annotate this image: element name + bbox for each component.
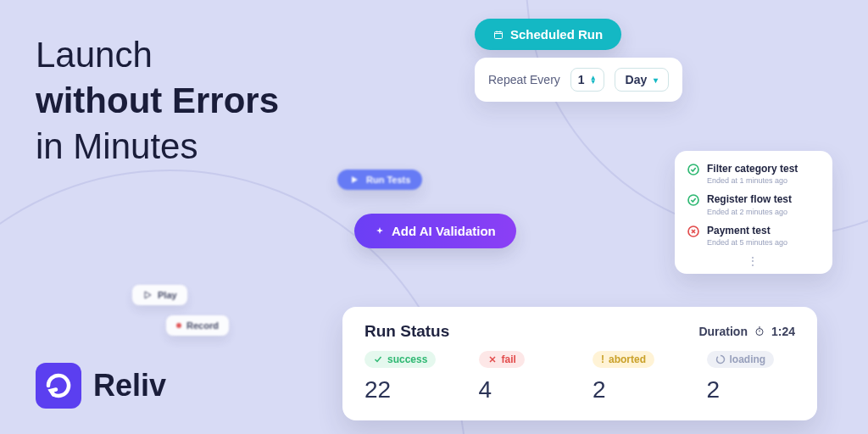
fail-count: 4 bbox=[479, 376, 568, 403]
repeat-value: 1 bbox=[578, 73, 585, 86]
status-col-loading: loading 2 bbox=[707, 351, 796, 403]
duration-value: 1:24 bbox=[771, 325, 795, 338]
loading-label: loading bbox=[730, 353, 766, 365]
warning-icon: ! bbox=[601, 353, 604, 365]
x-circle-icon bbox=[687, 225, 700, 238]
play-chip-label: Play bbox=[158, 290, 177, 300]
test-subtitle: Ended at 5 minutes ago bbox=[707, 238, 787, 247]
spinner-icon bbox=[715, 354, 726, 364]
more-icon[interactable]: ⋮ bbox=[687, 255, 821, 267]
scheduled-run-label: Scheduled Run bbox=[510, 27, 603, 42]
x-icon bbox=[487, 354, 498, 364]
success-label: success bbox=[387, 353, 427, 365]
duration: Duration 1:24 bbox=[698, 325, 795, 338]
add-ai-validation-button[interactable]: Add AI Validation bbox=[354, 214, 516, 248]
test-subtitle: Ended at 2 minutes ago bbox=[707, 208, 792, 216]
repeat-settings-card: Repeat Every 1 ▲▼ Day ▾ bbox=[475, 58, 682, 102]
test-subtitle: Ended at 1 minutes ago bbox=[707, 176, 798, 185]
headline: Launch without Errors in Minutes bbox=[36, 32, 279, 169]
test-title: Register flow test bbox=[707, 193, 792, 205]
run-status-card: Run Status Duration 1:24 success 22 fail… bbox=[342, 307, 817, 420]
check-icon bbox=[373, 354, 383, 364]
run-tests-button[interactable]: Run Tests bbox=[337, 170, 422, 190]
success-count: 22 bbox=[364, 376, 453, 403]
fail-badge: fail bbox=[479, 351, 525, 368]
brand-logo bbox=[36, 363, 81, 409]
aborted-badge: ! aborted bbox=[593, 351, 654, 368]
brand-name: Reliv bbox=[93, 368, 166, 403]
test-row[interactable]: Filter category test Ended at 1 minutes … bbox=[687, 163, 821, 185]
calendar-icon bbox=[493, 30, 504, 40]
aborted-label: aborted bbox=[609, 353, 646, 365]
success-badge: success bbox=[364, 351, 436, 368]
sparkle-icon bbox=[375, 226, 385, 236]
ai-validation-label: Add AI Validation bbox=[392, 224, 496, 238]
test-title: Filter category test bbox=[707, 163, 798, 175]
play-icon bbox=[142, 290, 153, 300]
run-tests-label: Run Tests bbox=[366, 175, 410, 185]
repeat-label: Repeat Every bbox=[488, 73, 560, 86]
record-chip[interactable]: Record bbox=[166, 315, 229, 336]
headline-line3: in Minutes bbox=[36, 124, 279, 170]
duration-label: Duration bbox=[698, 325, 748, 338]
chevron-down-icon: ▾ bbox=[654, 75, 658, 85]
check-circle-icon bbox=[687, 163, 700, 176]
stepper-arrows-icon: ▲▼ bbox=[590, 75, 597, 84]
status-col-fail: fail 4 bbox=[479, 351, 568, 403]
check-circle-icon bbox=[687, 193, 700, 207]
aborted-count: 2 bbox=[593, 376, 682, 403]
fail-label: fail bbox=[502, 353, 516, 365]
reliv-logo-icon bbox=[43, 370, 74, 401]
headline-line1: Launch bbox=[36, 32, 279, 78]
brand: Reliv bbox=[36, 363, 166, 409]
test-title: Payment test bbox=[707, 225, 787, 236]
test-row[interactable]: Payment test Ended at 5 minutes ago bbox=[687, 225, 821, 247]
status-col-success: success 22 bbox=[364, 351, 453, 403]
loading-badge: loading bbox=[707, 351, 775, 368]
play-chip[interactable]: Play bbox=[132, 285, 187, 305]
play-icon bbox=[349, 175, 359, 185]
repeat-value-stepper[interactable]: 1 ▲▼ bbox=[570, 68, 604, 92]
svg-rect-0 bbox=[495, 31, 503, 38]
test-results-panel: Filter category test Ended at 1 minutes … bbox=[675, 151, 832, 274]
scheduled-run-button[interactable]: Scheduled Run bbox=[475, 19, 621, 50]
record-icon bbox=[176, 323, 181, 328]
stopwatch-icon bbox=[754, 326, 765, 337]
record-chip-label: Record bbox=[186, 320, 219, 331]
status-col-aborted: ! aborted 2 bbox=[593, 351, 682, 403]
headline-line2: without Errors bbox=[36, 78, 279, 124]
test-row[interactable]: Register flow test Ended at 2 minutes ag… bbox=[687, 193, 821, 215]
loading-count: 2 bbox=[707, 376, 796, 403]
repeat-unit-select[interactable]: Day ▾ bbox=[615, 68, 670, 92]
run-status-title: Run Status bbox=[364, 322, 449, 341]
repeat-unit: Day bbox=[626, 73, 648, 86]
